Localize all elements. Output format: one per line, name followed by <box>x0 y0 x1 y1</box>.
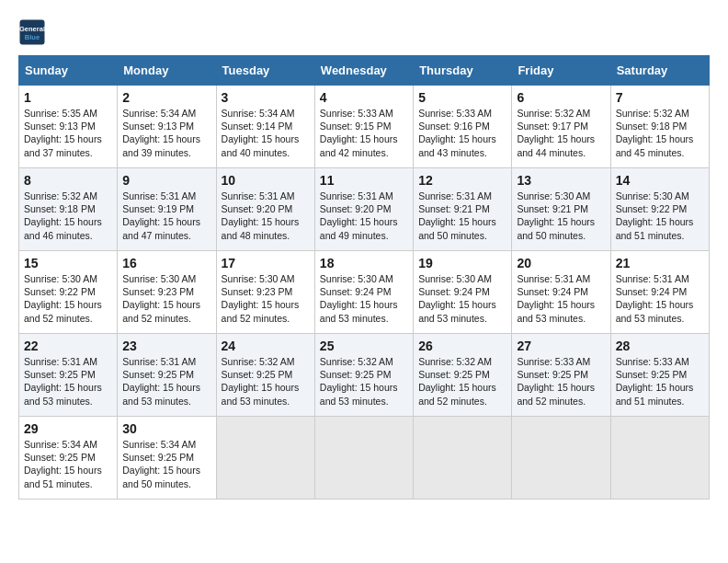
day-info: Sunrise: 5:30 AMSunset: 9:21 PMDaylight:… <box>517 190 605 242</box>
week-row-4: 22Sunrise: 5:31 AMSunset: 9:25 PMDayligh… <box>19 334 710 417</box>
day-info: Sunrise: 5:33 AMSunset: 9:15 PMDaylight:… <box>320 107 408 159</box>
day-cell <box>512 417 610 500</box>
day-number: 2 <box>122 90 210 105</box>
day-cell: 5Sunrise: 5:33 AMSunset: 9:16 PMDaylight… <box>414 86 512 168</box>
day-cell: 23Sunrise: 5:31 AMSunset: 9:25 PMDayligh… <box>118 334 216 417</box>
day-cell: 21Sunrise: 5:31 AMSunset: 9:24 PMDayligh… <box>610 251 709 334</box>
day-number: 26 <box>418 339 506 353</box>
day-number: 18 <box>320 256 408 270</box>
day-number: 21 <box>616 256 704 270</box>
day-info: Sunrise: 5:32 AMSunset: 9:25 PMDaylight:… <box>320 355 408 408</box>
day-cell: 15Sunrise: 5:30 AMSunset: 9:22 PMDayligh… <box>19 251 118 334</box>
day-info: Sunrise: 5:34 AMSunset: 9:25 PMDaylight:… <box>122 438 210 490</box>
logo-icon: General Blue <box>18 18 46 46</box>
day-cell: 20Sunrise: 5:31 AMSunset: 9:24 PMDayligh… <box>512 251 610 334</box>
day-cell: 17Sunrise: 5:30 AMSunset: 9:23 PMDayligh… <box>216 251 314 334</box>
day-info: Sunrise: 5:31 AMSunset: 9:19 PMDaylight:… <box>122 190 210 242</box>
day-number: 28 <box>616 339 704 353</box>
day-number: 9 <box>122 173 210 188</box>
day-number: 5 <box>418 90 506 105</box>
day-info: Sunrise: 5:31 AMSunset: 9:21 PMDaylight:… <box>418 190 506 242</box>
day-cell: 25Sunrise: 5:32 AMSunset: 9:25 PMDayligh… <box>314 334 413 417</box>
day-info: Sunrise: 5:34 AMSunset: 9:13 PMDaylight:… <box>122 107 210 159</box>
day-info: Sunrise: 5:30 AMSunset: 9:23 PMDaylight:… <box>222 272 310 325</box>
col-header-wednesday: Wednesday <box>314 56 413 86</box>
day-number: 20 <box>517 256 605 270</box>
day-info: Sunrise: 5:30 AMSunset: 9:24 PMDaylight:… <box>320 272 408 325</box>
col-header-friday: Friday <box>512 56 610 86</box>
day-number: 10 <box>222 173 310 188</box>
day-cell: 7Sunrise: 5:32 AMSunset: 9:18 PMDaylight… <box>610 86 709 168</box>
svg-text:Blue: Blue <box>25 33 40 41</box>
day-cell: 16Sunrise: 5:30 AMSunset: 9:23 PMDayligh… <box>118 251 216 334</box>
day-info: Sunrise: 5:30 AMSunset: 9:22 PMDaylight:… <box>616 190 704 242</box>
day-cell: 1Sunrise: 5:35 AMSunset: 9:13 PMDaylight… <box>19 86 118 168</box>
day-cell: 13Sunrise: 5:30 AMSunset: 9:21 PMDayligh… <box>512 168 610 251</box>
day-cell: 11Sunrise: 5:31 AMSunset: 9:20 PMDayligh… <box>314 168 413 251</box>
day-cell: 9Sunrise: 5:31 AMSunset: 9:19 PMDaylight… <box>118 168 216 251</box>
day-cell: 18Sunrise: 5:30 AMSunset: 9:24 PMDayligh… <box>314 251 413 334</box>
day-number: 4 <box>320 90 408 105</box>
day-cell: 3Sunrise: 5:34 AMSunset: 9:14 PMDaylight… <box>216 86 314 168</box>
day-cell: 8Sunrise: 5:32 AMSunset: 9:18 PMDaylight… <box>19 168 118 251</box>
day-number: 7 <box>616 90 704 105</box>
day-info: Sunrise: 5:32 AMSunset: 9:25 PMDaylight:… <box>222 355 310 408</box>
day-info: Sunrise: 5:30 AMSunset: 9:23 PMDaylight:… <box>122 272 210 325</box>
day-cell: 19Sunrise: 5:30 AMSunset: 9:24 PMDayligh… <box>414 251 512 334</box>
svg-text:General: General <box>19 25 45 33</box>
day-number: 8 <box>24 173 112 188</box>
day-info: Sunrise: 5:33 AMSunset: 9:16 PMDaylight:… <box>418 107 506 159</box>
day-info: Sunrise: 5:32 AMSunset: 9:18 PMDaylight:… <box>24 190 112 242</box>
day-cell: 29Sunrise: 5:34 AMSunset: 9:25 PMDayligh… <box>19 417 118 500</box>
day-number: 19 <box>418 256 506 270</box>
day-info: Sunrise: 5:31 AMSunset: 9:20 PMDaylight:… <box>320 190 408 242</box>
day-cell: 24Sunrise: 5:32 AMSunset: 9:25 PMDayligh… <box>216 334 314 417</box>
day-info: Sunrise: 5:33 AMSunset: 9:25 PMDaylight:… <box>616 355 704 408</box>
day-cell <box>216 417 314 500</box>
col-header-sunday: Sunday <box>19 56 118 86</box>
day-cell: 30Sunrise: 5:34 AMSunset: 9:25 PMDayligh… <box>118 417 216 500</box>
day-number: 3 <box>222 90 310 105</box>
day-number: 25 <box>320 339 408 353</box>
day-cell: 2Sunrise: 5:34 AMSunset: 9:13 PMDaylight… <box>118 86 216 168</box>
day-cell: 12Sunrise: 5:31 AMSunset: 9:21 PMDayligh… <box>414 168 512 251</box>
col-header-saturday: Saturday <box>610 56 709 86</box>
day-info: Sunrise: 5:31 AMSunset: 9:25 PMDaylight:… <box>122 355 210 408</box>
week-row-2: 8Sunrise: 5:32 AMSunset: 9:18 PMDaylight… <box>19 168 710 251</box>
day-cell <box>414 417 512 500</box>
day-info: Sunrise: 5:34 AMSunset: 9:14 PMDaylight:… <box>222 107 310 159</box>
day-cell: 27Sunrise: 5:33 AMSunset: 9:25 PMDayligh… <box>512 334 610 417</box>
day-number: 30 <box>122 421 210 436</box>
page-header: General Blue <box>18 18 710 46</box>
day-info: Sunrise: 5:30 AMSunset: 9:24 PMDaylight:… <box>418 272 506 325</box>
day-info: Sunrise: 5:34 AMSunset: 9:25 PMDaylight:… <box>24 438 112 490</box>
day-number: 14 <box>616 173 704 188</box>
col-header-monday: Monday <box>118 56 216 86</box>
day-info: Sunrise: 5:30 AMSunset: 9:22 PMDaylight:… <box>24 272 112 325</box>
day-info: Sunrise: 5:31 AMSunset: 9:20 PMDaylight:… <box>222 190 310 242</box>
day-cell: 22Sunrise: 5:31 AMSunset: 9:25 PMDayligh… <box>19 334 118 417</box>
day-cell: 26Sunrise: 5:32 AMSunset: 9:25 PMDayligh… <box>414 334 512 417</box>
day-cell: 10Sunrise: 5:31 AMSunset: 9:20 PMDayligh… <box>216 168 314 251</box>
day-number: 23 <box>122 339 210 353</box>
day-number: 1 <box>24 90 112 105</box>
week-row-3: 15Sunrise: 5:30 AMSunset: 9:22 PMDayligh… <box>19 251 710 334</box>
day-info: Sunrise: 5:31 AMSunset: 9:25 PMDaylight:… <box>24 355 112 408</box>
week-row-1: 1Sunrise: 5:35 AMSunset: 9:13 PMDaylight… <box>19 86 710 168</box>
day-number: 11 <box>320 173 408 188</box>
day-number: 24 <box>222 339 310 353</box>
day-cell: 28Sunrise: 5:33 AMSunset: 9:25 PMDayligh… <box>610 334 709 417</box>
calendar-table: SundayMondayTuesdayWednesdayThursdayFrid… <box>18 55 710 500</box>
day-number: 12 <box>418 173 506 188</box>
day-number: 6 <box>517 90 605 105</box>
day-number: 13 <box>517 173 605 188</box>
day-info: Sunrise: 5:31 AMSunset: 9:24 PMDaylight:… <box>616 272 704 325</box>
day-number: 16 <box>122 256 210 270</box>
day-number: 17 <box>222 256 310 270</box>
day-info: Sunrise: 5:32 AMSunset: 9:18 PMDaylight:… <box>616 107 704 159</box>
day-cell: 6Sunrise: 5:32 AMSunset: 9:17 PMDaylight… <box>512 86 610 168</box>
day-info: Sunrise: 5:31 AMSunset: 9:24 PMDaylight:… <box>517 272 605 325</box>
day-info: Sunrise: 5:33 AMSunset: 9:25 PMDaylight:… <box>517 355 605 408</box>
day-number: 29 <box>24 421 112 436</box>
logo: General Blue <box>18 18 46 46</box>
